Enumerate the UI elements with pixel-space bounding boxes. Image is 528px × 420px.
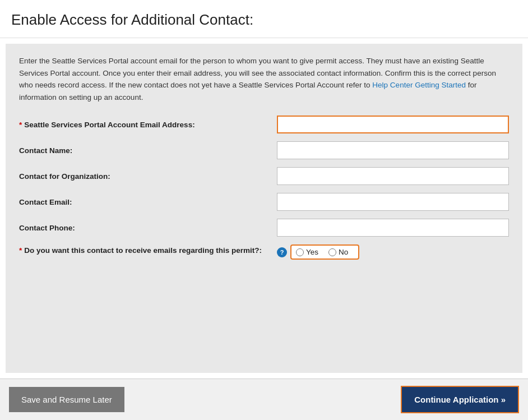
contact-name-label: Contact Name: (19, 146, 277, 155)
no-radio-container: No (328, 248, 348, 256)
contact-phone-input[interactable] (277, 219, 509, 237)
radio-row-right: ? Yes No (277, 244, 359, 260)
email-label: *Seattle Services Portal Account Email A… (19, 121, 277, 129)
page-wrapper: Enable Access for Additional Contact: En… (0, 0, 528, 420)
footer-bar: Save and Resume Later Continue Applicati… (0, 379, 528, 420)
page-title-section: Enable Access for Additional Contact: (0, 0, 528, 38)
receive-emails-row: *Do you want this contact to receive ema… (19, 244, 509, 260)
no-label: No (339, 248, 348, 256)
contact-phone-label: Contact Phone: (19, 224, 277, 232)
email-required-star: * (19, 121, 22, 129)
contact-phone-row: Contact Phone: (19, 219, 509, 237)
contact-email-input[interactable] (277, 193, 509, 211)
description-text: Enter the Seattle Services Portal accoun… (19, 55, 509, 103)
help-center-link[interactable]: Help Center Getting Started (372, 81, 466, 89)
continue-application-button[interactable]: Continue Application » (401, 386, 519, 413)
yes-radio-container: Yes (296, 248, 318, 256)
receive-emails-label: *Do you want this contact to receive ema… (19, 244, 277, 256)
receive-emails-required-star: * (19, 246, 22, 255)
form-section: Enter the Seattle Services Portal accoun… (6, 44, 522, 373)
contact-email-row: Contact Email: (19, 193, 509, 211)
contact-org-label: Contact for Organization: (19, 172, 277, 181)
contact-name-input[interactable] (277, 141, 509, 159)
page-title: Enable Access for Additional Contact: (11, 11, 517, 29)
no-radio[interactable] (328, 248, 336, 256)
help-icon[interactable]: ? (277, 247, 287, 257)
contact-email-label: Contact Email: (19, 198, 277, 206)
email-input[interactable] (277, 116, 509, 133)
radio-group-border: Yes No (290, 244, 359, 260)
contact-org-row: Contact for Organization: (19, 167, 509, 185)
save-later-button[interactable]: Save and Resume Later (9, 387, 124, 412)
contact-name-row: Contact Name: (19, 141, 509, 159)
yes-label: Yes (306, 248, 318, 256)
email-row: *Seattle Services Portal Account Email A… (19, 116, 509, 133)
yes-radio[interactable] (296, 248, 304, 256)
contact-org-input[interactable] (277, 167, 509, 185)
